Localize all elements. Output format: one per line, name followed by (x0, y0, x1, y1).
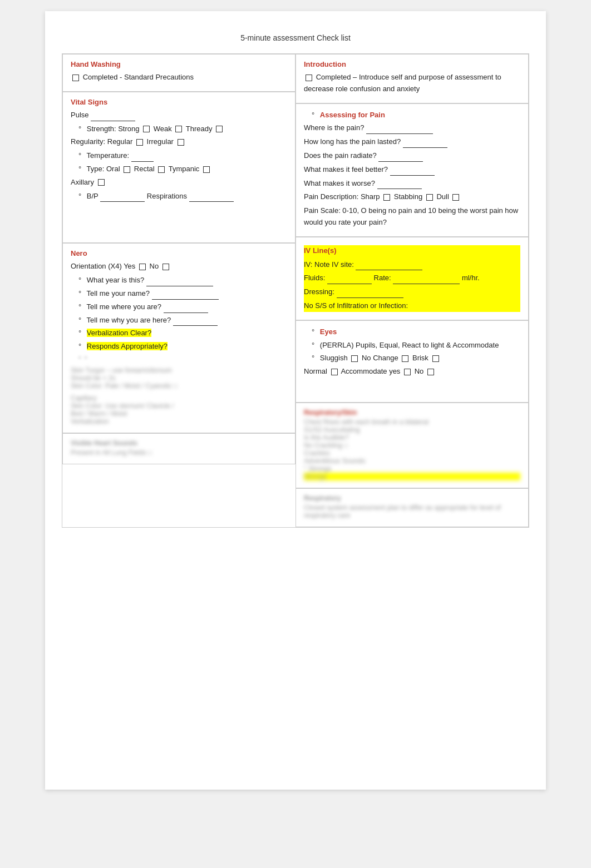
regular-checkbox[interactable] (136, 139, 143, 146)
heart-sounds-section: Visible Heart Sounds Present in All Lung… (62, 433, 296, 464)
respirations-blank[interactable] (189, 201, 234, 202)
page: 5-minute assessment Check list Hand Wash… (45, 11, 546, 790)
eyes-spacer (304, 380, 520, 396)
right-column: Introduction Completed – Introduce self … (296, 54, 529, 527)
blurred-bullet: ° (78, 354, 287, 365)
blurred-right-title: Respiratory/Skin (304, 409, 520, 416)
iv-lines-section: IV Line(s) IV: Note IV site: Fluids: Rat… (296, 237, 529, 320)
accommodate-no-checkbox[interactable] (427, 369, 434, 375)
temperature-line: Temperature: (78, 150, 287, 162)
tympanic-checkbox[interactable] (203, 166, 210, 173)
respiratory-title: Respiratory (304, 494, 520, 502)
introduction-title: Introduction (304, 60, 520, 68)
nero-q3-blank[interactable] (164, 313, 208, 313)
brisk-checkbox[interactable] (432, 355, 439, 362)
irregular-checkbox[interactable] (178, 139, 184, 146)
respiratory-section: Respiratory Closed system assessment pla… (296, 488, 529, 527)
rate-blank[interactable] (393, 284, 460, 284)
perrla-line: (PERRLA) Pupils, Equal, React to light &… (312, 340, 520, 351)
eyes-title-line: Eyes (312, 326, 520, 338)
nero-q3: Tell me where you are? (78, 301, 287, 313)
rectal-checkbox[interactable] (158, 166, 165, 173)
pain-q2: How long has the pain lasted? (304, 136, 520, 148)
dressing-blank[interactable] (337, 297, 403, 298)
pain-desc-line: Pain Description: Sharp Stabbing Dull (304, 191, 520, 203)
normal-checkbox[interactable] (331, 369, 338, 375)
pain-q5-blank[interactable] (377, 189, 422, 189)
responds-line: Responds Appropriately? (78, 341, 287, 353)
nero-title: Nero (71, 249, 287, 257)
bp-blank[interactable] (100, 201, 145, 202)
sluggish-checkbox[interactable] (351, 355, 358, 362)
heart-sounds-title: Visible Heart Sounds (71, 439, 287, 447)
iv-title-line: IV Line(s) (304, 245, 520, 257)
temperature-blank[interactable] (131, 161, 154, 162)
main-grid: Hand Washing Completed - Standard Precau… (62, 53, 529, 528)
pain-q1: Where is the pain? (304, 122, 520, 134)
vital-signs-spacer (71, 204, 287, 237)
iv-lines-content: IV Line(s) IV: Note IV site: Fluids: Rat… (304, 245, 520, 312)
iv-no-ss-line: No S/S of Infiltration or Infection: (304, 300, 520, 312)
accommodate-yes-checkbox[interactable] (404, 369, 411, 375)
iv-site-blank[interactable] (356, 270, 422, 270)
page-title: 5-minute assessment Check list (62, 33, 529, 42)
thready-checkbox[interactable] (216, 126, 223, 132)
bp-line: B/P Respirations (78, 191, 287, 202)
dull-checkbox[interactable] (452, 194, 459, 201)
oral-checkbox[interactable] (124, 166, 130, 173)
orientation-line: Orientation (X4) Yes No (71, 261, 287, 272)
pain-q3-blank[interactable] (378, 161, 423, 162)
verbalization-line: Verbalization Clear? (78, 328, 287, 339)
nero-q2: Tell me your name? (78, 288, 287, 300)
iv-fluids-line: Fluids: Rate: ml/hr. (304, 272, 520, 284)
nero-q4: Tell me why you are here? (78, 315, 287, 326)
strength-line: Strength: Strong Weak Thready (78, 123, 287, 135)
blurred-right-section: Respiratory/Skin Chest Rises with each b… (296, 403, 529, 488)
pulse-line: Pulse (71, 110, 287, 121)
pain-q4-blank[interactable] (390, 175, 435, 176)
sluggish-line: Sluggish No Change Brisk (312, 353, 520, 364)
axillary-line: Axillary (71, 177, 287, 189)
hand-washing-checkbox[interactable] (72, 75, 79, 81)
pulse-blank[interactable] (91, 121, 135, 121)
pain-q3: Does the pain radiate? (304, 150, 520, 162)
vital-signs-title: Vital Signs (71, 98, 287, 106)
normal-accommodate-line: Normal Accommodate yes No (304, 366, 520, 378)
nero-q1-blank[interactable] (146, 286, 213, 286)
introduction-checkbox[interactable] (306, 75, 312, 81)
respiratory-content: Closed system assessment plan to differ … (304, 504, 520, 519)
nero-q1: What year is this? (78, 275, 287, 286)
no-change-checkbox[interactable] (402, 355, 408, 362)
pain-q2-blank[interactable] (403, 147, 447, 148)
stabbing-checkbox[interactable] (426, 194, 433, 201)
eyes-section: Eyes (PERRLA) Pupils, Equal, React to li… (296, 320, 529, 403)
type-line: Type: Oral Rectal Tympanic (78, 163, 287, 175)
hand-washing-title: Hand Washing (71, 60, 287, 68)
orientation-no-checkbox[interactable] (162, 264, 169, 270)
pain-scale-line: Pain Scale: 0-10, O being no pain and 10… (304, 205, 520, 229)
iv-dressing-line: Dressing: (304, 286, 520, 298)
pain-q5: What makes it worse? (304, 178, 520, 190)
introduction-item: Completed – Introduce self and purpose o… (304, 72, 520, 95)
axillary-checkbox[interactable] (98, 179, 105, 186)
assessing-pain-section: Assessing for Pain Where is the pain? Ho… (296, 103, 529, 237)
introduction-section: Introduction Completed – Introduce self … (296, 54, 529, 103)
nero-q4-blank[interactable] (173, 325, 218, 326)
fluids-blank[interactable] (327, 284, 372, 284)
strong-checkbox[interactable] (143, 126, 150, 132)
pain-q1-blank[interactable] (366, 133, 433, 134)
heart-sounds-content: Present in All Lung Fields □ (71, 449, 287, 457)
pain-q4: What makes it feel better? (304, 164, 520, 176)
vital-signs-section: Vital Signs Pulse Strength: Strong Weak … (62, 92, 296, 244)
nero-q2-blank[interactable] (152, 299, 219, 300)
hand-washing-section: Hand Washing Completed - Standard Precau… (62, 54, 296, 92)
blurred-right-content: Chest Rises with each breath in a bilate… (304, 418, 520, 480)
assessing-pain-title-line: Assessing for Pain (312, 110, 520, 121)
weak-checkbox[interactable] (175, 126, 182, 132)
blurred-content-left: Skin Turgor – use forearm/dorsum Should … (71, 366, 287, 425)
orientation-yes-checkbox[interactable] (139, 264, 146, 270)
nero-section: Nero Orientation (X4) Yes No What year i… (62, 243, 296, 433)
iv-note-site-line: IV: Note IV site: (304, 259, 520, 271)
left-column: Hand Washing Completed - Standard Precau… (62, 54, 296, 527)
sharp-checkbox[interactable] (383, 194, 390, 201)
